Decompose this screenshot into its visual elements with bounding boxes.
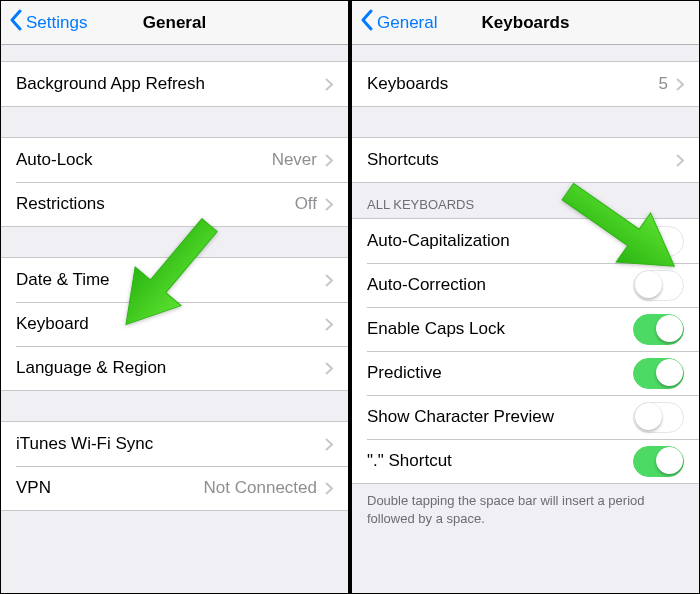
row-label: "." Shortcut xyxy=(367,451,633,471)
row-label: Background App Refresh xyxy=(16,74,325,94)
chevron-right-icon xyxy=(325,198,333,211)
toggle-predictive[interactable] xyxy=(633,358,684,389)
row-label: Show Character Preview xyxy=(367,407,633,427)
row-auto-correction[interactable]: Auto-Correction xyxy=(352,263,699,307)
chevron-right-icon xyxy=(325,154,333,167)
row-keyboards-list[interactable]: Keyboards 5 xyxy=(352,62,699,106)
row-label: Shortcuts xyxy=(367,150,676,170)
row-restrictions[interactable]: Restrictions Off xyxy=(1,182,348,226)
chevron-right-icon xyxy=(325,274,333,287)
screenshot-stage: Settings General Background App Refresh … xyxy=(0,0,700,594)
chevron-right-icon xyxy=(325,438,333,451)
row-itunes-wifi-sync[interactable]: iTunes Wi-Fi Sync xyxy=(1,422,348,466)
back-to-settings-button[interactable]: Settings xyxy=(9,9,87,36)
row-value: Never xyxy=(272,150,317,170)
chevron-right-icon xyxy=(325,318,333,331)
row-label: Auto-Capitalization xyxy=(367,231,633,251)
toggle-auto-capitalization[interactable] xyxy=(633,226,684,257)
row-label: Keyboard xyxy=(16,314,325,334)
chevron-right-icon xyxy=(676,154,684,167)
row-value: Off xyxy=(295,194,317,214)
back-to-general-button[interactable]: General xyxy=(360,9,437,36)
row-value: Not Connected xyxy=(204,478,317,498)
row-label: iTunes Wi-Fi Sync xyxy=(16,434,325,454)
row-label: Predictive xyxy=(367,363,633,383)
chevron-right-icon xyxy=(325,362,333,375)
navbar-keyboards: General Keyboards xyxy=(352,1,699,45)
toggle-period-shortcut[interactable] xyxy=(633,446,684,477)
chevron-right-icon xyxy=(325,78,333,91)
row-vpn[interactable]: VPN Not Connected xyxy=(1,466,348,510)
toggle-enable-caps-lock[interactable] xyxy=(633,314,684,345)
chevron-right-icon xyxy=(325,482,333,495)
row-language-region[interactable]: Language & Region xyxy=(1,346,348,390)
row-label: Auto-Lock xyxy=(16,150,272,170)
keyboards-settings-pane: General Keyboards Keyboards 5 Shortcuts … xyxy=(352,1,699,593)
row-label: Language & Region xyxy=(16,358,325,378)
back-label: General xyxy=(377,13,437,33)
back-label: Settings xyxy=(26,13,87,33)
row-label: VPN xyxy=(16,478,204,498)
row-label: Enable Caps Lock xyxy=(367,319,633,339)
row-date-time[interactable]: Date & Time xyxy=(1,258,348,302)
section-footer-period-shortcut: Double tapping the space bar will insert… xyxy=(352,484,699,541)
navbar-general: Settings General xyxy=(1,1,348,45)
row-auto-capitalization[interactable]: Auto-Capitalization xyxy=(352,219,699,263)
chevron-left-icon xyxy=(9,9,26,36)
row-keyboard[interactable]: Keyboard xyxy=(1,302,348,346)
row-enable-caps-lock[interactable]: Enable Caps Lock xyxy=(352,307,699,351)
row-label: Auto-Correction xyxy=(367,275,633,295)
row-background-app-refresh[interactable]: Background App Refresh xyxy=(1,62,348,106)
section-header-all-keyboards: All Keyboards xyxy=(352,183,699,218)
toggle-show-character-preview[interactable] xyxy=(633,402,684,433)
row-label: Keyboards xyxy=(367,74,659,94)
toggle-auto-correction[interactable] xyxy=(633,270,684,301)
row-period-shortcut[interactable]: "." Shortcut xyxy=(352,439,699,483)
row-label: Restrictions xyxy=(16,194,295,214)
row-label: Date & Time xyxy=(16,270,325,290)
row-predictive[interactable]: Predictive xyxy=(352,351,699,395)
row-shortcuts[interactable]: Shortcuts xyxy=(352,138,699,182)
row-show-character-preview[interactable]: Show Character Preview xyxy=(352,395,699,439)
row-value: 5 xyxy=(659,74,668,94)
chevron-left-icon xyxy=(360,9,377,36)
general-settings-pane: Settings General Background App Refresh … xyxy=(1,1,348,593)
chevron-right-icon xyxy=(676,78,684,91)
row-auto-lock[interactable]: Auto-Lock Never xyxy=(1,138,348,182)
